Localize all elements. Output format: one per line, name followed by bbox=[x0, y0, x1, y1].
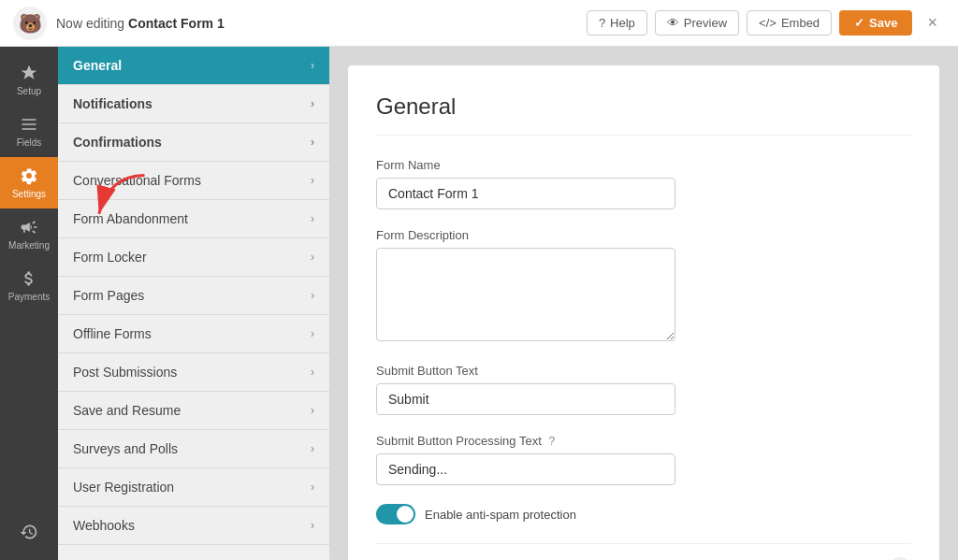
setup-icon bbox=[20, 64, 38, 82]
form-description-label: Form Description bbox=[376, 228, 911, 242]
antispam-toggle[interactable] bbox=[376, 504, 415, 524]
embed-button[interactable]: </> Embed bbox=[747, 10, 832, 36]
menu-item-form-abandonment-label: Form Abandonment bbox=[73, 211, 188, 226]
form-name-label: Form Name bbox=[376, 158, 911, 172]
form-description-group: Form Description bbox=[376, 228, 911, 345]
menu-item-save-resume[interactable]: Save and Resume › bbox=[58, 392, 329, 430]
menu-item-post-submissions[interactable]: Post Submissions › bbox=[58, 353, 329, 392]
preview-button[interactable]: 👁 Preview bbox=[655, 10, 739, 36]
topbar: 🐻 Now editing Contact Form 1 ? Help 👁 Pr… bbox=[0, 0, 958, 47]
settings-icon bbox=[20, 166, 38, 185]
menu-item-general[interactable]: General › bbox=[58, 47, 329, 85]
menu-item-form-pages-label: Form Pages bbox=[73, 288, 144, 303]
chevron-right-icon: › bbox=[311, 212, 314, 225]
antispam-toggle-row: Enable anti-spam protection bbox=[376, 504, 911, 524]
topbar-actions: ? Help 👁 Preview </> Embed ✓ Save × bbox=[587, 9, 945, 36]
chevron-right-icon: › bbox=[311, 251, 314, 264]
close-button[interactable]: × bbox=[920, 9, 945, 36]
sidebar-item-history[interactable] bbox=[0, 513, 58, 551]
sidebar-item-settings[interactable]: Settings bbox=[0, 157, 58, 208]
menu-item-conversational-forms[interactable]: Conversational Forms › bbox=[58, 162, 329, 200]
menu-item-user-registration-label: User Registration bbox=[73, 480, 174, 495]
sidebar-item-payments[interactable]: Payments bbox=[0, 260, 58, 311]
help-tooltip-icon: ? bbox=[548, 435, 555, 448]
menu-item-notifications-label: Notifications bbox=[73, 96, 152, 111]
menu-item-webhooks-label: Webhooks bbox=[73, 518, 135, 533]
menu-item-offline-forms-label: Offline Forms bbox=[73, 326, 152, 341]
check-icon: ✓ bbox=[854, 16, 864, 30]
save-button[interactable]: ✓ Save bbox=[839, 10, 912, 36]
marketing-label: Marketing bbox=[8, 240, 50, 251]
form-name-input[interactable] bbox=[376, 178, 675, 209]
chevron-right-icon: › bbox=[311, 519, 314, 532]
code-icon: </> bbox=[759, 16, 777, 30]
menu-item-form-abandonment[interactable]: Form Abandonment › bbox=[58, 200, 329, 238]
content-area: General Form Name Form Description Submi… bbox=[329, 47, 958, 560]
save-label: Save bbox=[869, 16, 897, 30]
sidebar-item-setup[interactable]: Setup bbox=[0, 54, 58, 106]
menu-item-surveys-polls[interactable]: Surveys and Polls › bbox=[58, 430, 329, 468]
preview-label: Preview bbox=[684, 16, 727, 30]
menu-item-confirmations[interactable]: Confirmations › bbox=[58, 123, 329, 162]
chevron-right-icon: › bbox=[311, 366, 314, 379]
menu-item-confirmations-label: Confirmations bbox=[73, 135, 162, 150]
payments-icon bbox=[20, 269, 38, 288]
fields-icon bbox=[20, 115, 38, 134]
chevron-right-icon: › bbox=[311, 404, 314, 417]
menu-item-webhooks[interactable]: Webhooks › bbox=[58, 507, 329, 545]
content-panel: General Form Name Form Description Submi… bbox=[348, 65, 939, 560]
submit-text-label: Submit Button Text bbox=[376, 364, 911, 378]
menu-item-user-registration[interactable]: User Registration › bbox=[58, 468, 329, 507]
processing-text-label: Submit Button Processing Text ? bbox=[376, 434, 911, 448]
antispam-label: Enable anti-spam protection bbox=[425, 508, 576, 522]
chevron-right-icon: › bbox=[311, 174, 314, 187]
help-button[interactable]: ? Help bbox=[587, 10, 647, 36]
chevron-right-icon: › bbox=[311, 59, 314, 72]
menu-item-save-resume-label: Save and Resume bbox=[73, 403, 181, 418]
menu-item-general-label: General bbox=[73, 58, 122, 73]
history-icon bbox=[20, 523, 38, 541]
menu-item-conversational-forms-label: Conversational Forms bbox=[73, 173, 201, 188]
chevron-right-icon: › bbox=[311, 481, 314, 494]
menu-sidebar: General › Notifications › Confirmations … bbox=[58, 47, 329, 545]
app-logo: 🐻 bbox=[13, 7, 47, 40]
marketing-icon bbox=[20, 218, 38, 237]
sidebar-item-fields[interactable]: Fields bbox=[0, 106, 58, 157]
help-label: Help bbox=[610, 16, 635, 30]
processing-text-input[interactable] bbox=[376, 453, 675, 485]
submit-text-input[interactable] bbox=[376, 383, 675, 415]
chevron-right-icon: › bbox=[311, 136, 314, 149]
menu-item-notifications[interactable]: Notifications › bbox=[58, 85, 329, 123]
chevron-right-icon: › bbox=[311, 327, 314, 340]
help-icon: ? bbox=[599, 16, 605, 30]
menu-item-form-pages[interactable]: Form Pages › bbox=[58, 277, 329, 315]
menu-item-surveys-polls-label: Surveys and Polls bbox=[73, 441, 178, 456]
sidebar-item-marketing[interactable]: Marketing bbox=[0, 208, 58, 260]
advanced-section[interactable]: Advanced › bbox=[376, 543, 911, 560]
processing-label-text: Submit Button Processing Text bbox=[376, 434, 542, 448]
panel-title: General bbox=[376, 93, 911, 136]
menu-item-offline-forms[interactable]: Offline Forms › bbox=[58, 315, 329, 353]
main-layout: Setup Fields Settings Marketing Payments… bbox=[0, 47, 958, 560]
fields-label: Fields bbox=[17, 137, 42, 148]
menu-sidebar-wrapper: General › Notifications › Confirmations … bbox=[58, 47, 329, 560]
close-icon: × bbox=[927, 13, 937, 32]
chevron-right-icon: › bbox=[311, 442, 314, 455]
processing-text-group: Submit Button Processing Text ? bbox=[376, 434, 911, 485]
menu-item-form-locker-label: Form Locker bbox=[73, 250, 147, 265]
form-name-group: Form Name bbox=[376, 158, 911, 209]
submit-text-group: Submit Button Text bbox=[376, 364, 911, 415]
embed-label: Embed bbox=[781, 16, 820, 30]
settings-label: Settings bbox=[12, 189, 46, 199]
form-name-title: Contact Form 1 bbox=[128, 16, 225, 31]
menu-item-form-locker[interactable]: Form Locker › bbox=[58, 238, 329, 277]
menu-item-post-submissions-label: Post Submissions bbox=[73, 365, 177, 380]
chevron-right-icon: › bbox=[311, 289, 314, 302]
topbar-title: Now editing Contact Form 1 bbox=[56, 16, 577, 31]
form-description-textarea[interactable] bbox=[376, 248, 675, 341]
eye-icon: 👁 bbox=[667, 16, 679, 30]
icon-sidebar: Setup Fields Settings Marketing Payments bbox=[0, 47, 58, 560]
chevron-right-icon: › bbox=[311, 97, 314, 110]
payments-label: Payments bbox=[8, 292, 50, 302]
setup-label: Setup bbox=[17, 86, 41, 96]
